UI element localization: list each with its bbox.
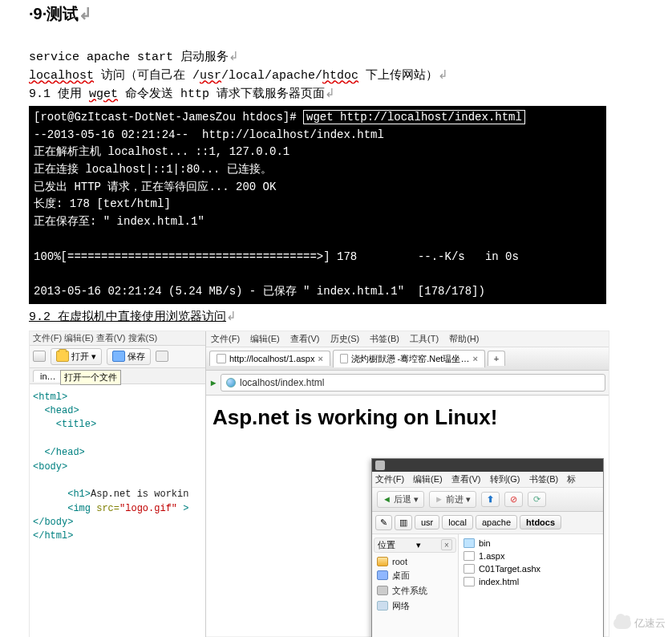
crumb-local[interactable]: local <box>442 515 473 529</box>
list-item[interactable]: bin <box>460 537 601 550</box>
doc-line-service: service apache start 启动服务↲ <box>29 49 643 64</box>
fm-file-list: bin 1.aspx C01Target.ashx index.html <box>459 534 603 637</box>
save-icon <box>112 351 125 362</box>
terminal-command: wget http://localhost/index.html <box>303 110 525 124</box>
editor-tab[interactable]: in… <box>33 370 63 382</box>
file-icon <box>464 564 475 574</box>
fm-breadcrumbs: ✎ ▥ usr local apache htdocs <box>372 512 603 534</box>
forward-button[interactable]: 前进 ▾ <box>429 491 476 508</box>
folder-icon <box>375 461 385 470</box>
open-button[interactable]: 打开 ▾ <box>51 348 102 365</box>
watermark: 亿速云 <box>613 616 666 631</box>
doc-line-9-1: 9.1 使用 wget 命令发送 http 请求下载服务器页面↲ <box>29 86 643 101</box>
reload-icon[interactable]: ⟳ <box>528 492 546 507</box>
browser-tabs: http://localhost/1.aspx × 浇灼櫉獃懣 -骞埪窑.Net… <box>206 347 609 371</box>
text-editor-window: 文件(F) 编辑(E) 查看(V) 搜索(S) 打开 ▾ 保存 打开一个文件 i… <box>30 331 206 637</box>
folder-icon <box>464 538 475 548</box>
drive-icon[interactable]: ▥ <box>395 515 412 530</box>
cloud-icon <box>613 618 631 629</box>
crumb-usr[interactable]: usr <box>415 515 439 529</box>
fm-menubar[interactable]: 文件(F) 编辑(E) 查看(V) 转到(G) 书签(B) 标 <box>372 472 603 488</box>
drive-icon <box>377 586 388 595</box>
network-icon <box>377 601 388 611</box>
desktop-icon <box>377 570 388 580</box>
section-heading: ·9·测试↲ <box>29 3 643 25</box>
folder-open-icon <box>56 351 69 362</box>
home-icon <box>377 557 388 566</box>
close-panel-icon[interactable]: × <box>441 539 452 550</box>
save-button[interactable]: 保存 <box>107 348 151 365</box>
editor-toolbar: 打开 ▾ 保存 <box>30 346 205 368</box>
doc-line-9-2: 9.2 在虚拟机中直接使用浏览器访问↲ <box>29 309 643 324</box>
browser-tab-1[interactable]: http://localhost/1.aspx × <box>209 351 330 366</box>
place-filesystem[interactable]: 文件系统 <box>374 583 456 598</box>
place-desktop[interactable]: 桌面 <box>374 568 456 583</box>
file-manager-window: 文件(F) 编辑(E) 查看(V) 转到(G) 书签(B) 标 后退 ▾ 前进 … <box>371 458 604 637</box>
browser-tab-2[interactable]: 浇灼櫉獃懣 -骞埪窑.Net瑥坐… × <box>333 350 485 367</box>
close-icon[interactable]: × <box>318 354 322 363</box>
crumb-apache[interactable]: apache <box>476 515 517 529</box>
go-forward-icon[interactable]: ▸ <box>211 377 216 388</box>
crumb-htdocs[interactable]: htdocs <box>520 515 561 529</box>
up-icon[interactable]: ⬆ <box>481 492 500 507</box>
file-icon <box>464 577 475 586</box>
composite-screenshot: 文件(F) 编辑(E) 查看(V) 搜索(S) 打开 ▾ 保存 打开一个文件 i… <box>29 331 609 637</box>
list-item[interactable]: index.html <box>460 575 601 588</box>
print-icon[interactable] <box>156 351 168 362</box>
new-file-icon[interactable] <box>33 351 46 362</box>
terminal-output: [root@GzItcast-DotNet-JamesZou htdocs]# … <box>29 106 606 304</box>
file-icon <box>464 551 475 561</box>
page-icon <box>340 354 348 363</box>
list-item[interactable]: 1.aspx <box>460 550 601 562</box>
url-input[interactable]: localhost/index.html <box>221 374 605 392</box>
fm-places-panel: 位置▾ × root 桌面 文件系统 网络 <box>372 534 459 637</box>
places-header: 位置 <box>378 539 395 551</box>
back-button[interactable]: 后退 ▾ <box>377 491 424 508</box>
fm-titlebar[interactable] <box>372 459 603 472</box>
editor-code-area[interactable]: <html> <head> <title> </head> <body> <h1… <box>30 384 205 637</box>
close-icon[interactable]: × <box>472 354 477 363</box>
stop-icon[interactable]: ⊘ <box>504 492 523 507</box>
browser-menubar[interactable]: 文件(F) 编辑(E) 查看(V) 历史(S) 书签(B) 工具(T) 帮助(H… <box>206 331 609 347</box>
page-icon <box>217 354 226 363</box>
browser-address-bar: ▸ localhost/index.html <box>206 371 609 396</box>
doc-line-localhost: localhost 访问（可自己在 /usr/local/apache/htdo… <box>29 67 643 83</box>
page-heading: Asp.net is working on Linux! <box>213 405 604 430</box>
edit-path-icon[interactable]: ✎ <box>375 515 392 530</box>
list-item[interactable]: C01Target.ashx <box>460 562 601 575</box>
editor-menubar[interactable]: 文件(F) 编辑(E) 查看(V) 搜索(S) <box>30 331 205 346</box>
place-network[interactable]: 网络 <box>374 598 456 614</box>
open-tooltip: 打开一个文件 <box>60 370 121 385</box>
globe-icon <box>226 378 236 387</box>
place-root[interactable]: root <box>374 555 456 568</box>
new-tab-button[interactable]: + <box>488 351 505 366</box>
fm-nav-toolbar: 后退 ▾ 前进 ▾ ⬆ ⊘ ⟳ <box>372 488 603 512</box>
